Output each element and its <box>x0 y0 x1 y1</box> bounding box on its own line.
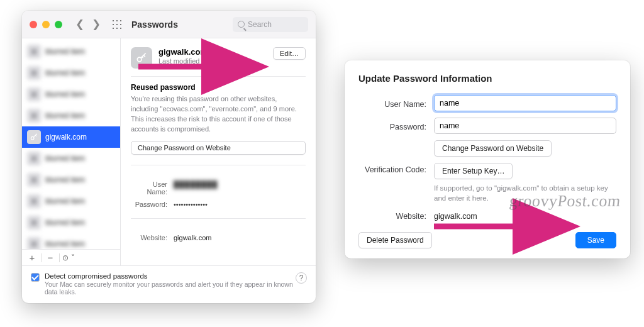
sheet-verification-label: Verification Code: <box>358 163 434 174</box>
passwords-window: ❮ ❯ Passwords Search ■blurred item■blurr… <box>22 11 316 303</box>
favicon-icon: ■ <box>27 194 41 208</box>
sheet-password-row: Password: <box>358 118 616 134</box>
detect-compromised-label: Detect compromised passwords <box>45 272 307 280</box>
sheet-website-value: gigwalk.com <box>434 209 616 221</box>
window-body: ■blurred item■blurred item■blurred item■… <box>22 38 316 265</box>
delete-password-button[interactable]: Delete Password <box>358 232 432 248</box>
list-item[interactable]: ■blurred item <box>22 105 120 126</box>
detail-pane: gigwalk.com Last modified 1/19/20 Edit… … <box>121 38 316 265</box>
window-title: Passwords <box>131 19 178 30</box>
minimize-window-button[interactable] <box>42 21 50 28</box>
nav-buttons: ❮ ❯ <box>72 16 104 32</box>
titlebar: ❮ ❯ Passwords Search <box>22 11 316 38</box>
favicon-icon: ■ <box>27 237 41 249</box>
list-item-label: blurred item <box>45 90 115 99</box>
search-field[interactable]: Search <box>233 17 308 32</box>
forward-button[interactable]: ❯ <box>89 16 104 32</box>
detail-header: gigwalk.com Last modified 1/19/20 Edit… <box>131 47 306 69</box>
sheet-website-row: Website: gigwalk.com <box>358 209 616 221</box>
website-value[interactable]: gigwalk.com <box>174 234 212 241</box>
list-item[interactable]: gigwalk.com <box>22 126 120 148</box>
list-item-label: blurred item <box>45 218 115 227</box>
divider <box>131 76 306 77</box>
sheet-verification-button[interactable]: Enter Setup Key… <box>434 163 513 179</box>
edit-button[interactable]: Edit… <box>273 47 306 60</box>
svg-point-0 <box>31 136 34 140</box>
list-item-label: blurred item <box>45 240 115 248</box>
favicon-icon: ■ <box>27 66 41 80</box>
site-title: gigwalk.com <box>158 47 267 57</box>
password-row: Password: •••••••••••••• <box>131 201 306 208</box>
search-icon <box>238 21 245 28</box>
divider <box>131 218 306 219</box>
zoom-window-button[interactable] <box>55 21 62 28</box>
remove-button[interactable]: − <box>44 252 57 263</box>
sheet-password-label: Password: <box>358 120 434 131</box>
favicon-icon: ■ <box>27 152 41 165</box>
sidebar-toolbar: + − ⊙ ˅ <box>22 249 120 265</box>
sidebar: ■blurred item■blurred item■blurred item■… <box>22 38 121 265</box>
key-icon <box>135 52 148 64</box>
list-item-label: blurred item <box>45 47 115 56</box>
sheet-password-input[interactable] <box>434 118 616 134</box>
sheet-username-row: User Name: <box>358 95 616 111</box>
list-item-label: blurred item <box>45 111 115 120</box>
list-item[interactable]: ■blurred item <box>22 148 120 169</box>
footer: Detect compromised passwords Your Mac ca… <box>22 265 316 303</box>
search-placeholder: Search <box>248 20 272 29</box>
options-button[interactable]: ⊙ ˅ <box>62 253 75 262</box>
favicon-icon: ■ <box>27 173 41 187</box>
username-row: User Name: ████████ <box>131 180 306 196</box>
favicon-icon: ■ <box>27 109 41 123</box>
watermark: groovyPost.com <box>508 192 621 211</box>
close-window-button[interactable] <box>30 21 37 28</box>
traffic-lights <box>30 21 62 28</box>
list-item[interactable]: ■blurred item <box>22 62 120 84</box>
favicon-icon <box>27 130 41 144</box>
list-item[interactable]: ■blurred item <box>22 191 120 212</box>
list-item[interactable]: ■blurred item <box>22 41 120 62</box>
help-button[interactable]: ? <box>296 272 307 284</box>
detect-compromised-checkbox[interactable] <box>31 273 40 282</box>
separator <box>59 253 60 262</box>
list-item[interactable]: ■blurred item <box>22 233 120 249</box>
favicon-icon: ■ <box>27 45 41 58</box>
back-button[interactable]: ❮ <box>72 16 87 32</box>
password-label: Password: <box>131 201 174 208</box>
add-button[interactable]: + <box>26 252 38 263</box>
divider <box>131 165 306 165</box>
list-item-label: blurred item <box>45 197 115 206</box>
website-label: Website: <box>131 234 174 241</box>
sheet-username-label: User Name: <box>358 97 434 109</box>
list-item[interactable]: ■blurred item <box>22 169 120 191</box>
website-row: Website: gigwalk.com <box>131 234 306 241</box>
list-item-label: blurred item <box>45 154 115 163</box>
sheet-actions: Delete Password Cancel Save <box>358 232 616 248</box>
favicon-icon: ■ <box>27 87 41 101</box>
password-list[interactable]: ■blurred item■blurred item■blurred item■… <box>22 38 120 249</box>
list-item[interactable]: ■blurred item <box>22 84 120 105</box>
list-item-label: blurred item <box>45 69 115 77</box>
list-item-label: gigwalk.com <box>45 133 115 141</box>
sheet-change-password-button[interactable]: Change Password on Website <box>434 140 552 157</box>
favicon-icon: ■ <box>27 216 41 230</box>
list-item[interactable]: ■blurred item <box>22 212 120 233</box>
list-item-label: blurred item <box>45 175 115 184</box>
sheet-change-row: Change Password on Website <box>358 140 616 157</box>
reused-title: Reused password <box>131 83 306 92</box>
site-favicon <box>131 47 152 69</box>
grid-icon[interactable] <box>113 20 121 29</box>
save-button[interactable]: Save <box>575 232 616 248</box>
sheet-heading: Update Password Information <box>358 73 616 84</box>
sheet-website-label: Website: <box>358 209 434 221</box>
password-value: •••••••••••••• <box>174 201 208 208</box>
separator <box>41 253 42 262</box>
last-modified: Last modified 1/19/20 <box>158 57 267 65</box>
sheet-username-input[interactable] <box>434 95 616 111</box>
reused-body: You're reusing this password on other we… <box>131 94 306 135</box>
edit-sheet: Update Password Information User Name: P… <box>345 60 630 258</box>
username-value: ████████ <box>174 180 218 196</box>
change-password-button[interactable]: Change Password on Website <box>131 141 306 155</box>
detect-compromised-sub: Your Mac can securely monitor your passw… <box>45 280 307 296</box>
username-label: User Name: <box>131 180 174 196</box>
